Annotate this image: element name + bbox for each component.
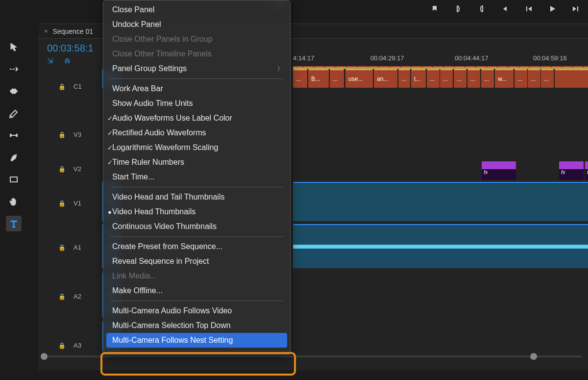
step-back-button[interactable] xyxy=(524,4,534,14)
clip[interactable]: ... xyxy=(427,69,440,88)
menu-item[interactable]: Show Audio Time Units xyxy=(103,96,290,111)
menu-item-label: Audio Waveforms Use Label Color xyxy=(112,114,232,123)
razor-tool[interactable] xyxy=(6,105,22,121)
menu-item[interactable]: Start Time... xyxy=(103,170,290,184)
menu-item[interactable]: Undock Panel xyxy=(103,17,290,32)
menu-item-label: Close Other Panels in Group xyxy=(112,35,213,44)
clip[interactable]: fx xyxy=(585,161,588,180)
clip[interactable]: ... xyxy=(467,69,480,88)
menu-item[interactable]: Video Head and Tail Thumbnails xyxy=(103,190,290,204)
menu-item[interactable]: Reveal Sequence in Project xyxy=(103,254,290,269)
menu-item[interactable]: Make Offline... xyxy=(103,283,290,298)
slip-tool[interactable] xyxy=(6,127,22,143)
menu-item[interactable]: ●Video Head Thumbnails xyxy=(103,204,290,219)
track-header-a1[interactable]: A1 xyxy=(38,240,102,254)
clip[interactable] xyxy=(555,69,588,88)
menu-item[interactable]: ✓Audio Waveforms Use Label Color xyxy=(103,111,290,126)
lock-icon[interactable] xyxy=(58,131,66,138)
rectangle-tool[interactable] xyxy=(6,172,22,187)
menu-item[interactable]: Create Preset from Sequence... xyxy=(103,239,290,254)
type-tool[interactable] xyxy=(6,216,22,231)
menu-item[interactable]: Close Panel xyxy=(103,2,290,17)
clip[interactable]: B... xyxy=(308,69,329,88)
clip[interactable]: ... xyxy=(330,69,344,88)
add-marker-button[interactable] xyxy=(430,4,440,14)
menu-item[interactable]: ✓Time Ruler Numbers xyxy=(103,155,290,170)
ruler-clip-band xyxy=(293,66,588,69)
lock-icon[interactable] xyxy=(58,200,66,207)
tab-title[interactable]: Sequence 01 xyxy=(53,27,94,35)
ruler-tick: 00:04:44:17 xyxy=(455,54,489,62)
track-header-v1[interactable]: V1 xyxy=(38,196,102,210)
clip[interactable]: t... xyxy=(411,69,426,88)
clip[interactable]: an... xyxy=(374,69,397,88)
clip[interactable]: ... xyxy=(454,69,466,88)
track-header-c1[interactable]: C1 xyxy=(38,79,102,94)
track-label: V3 xyxy=(74,131,81,138)
menu-item: Close Other Panels in Group xyxy=(103,32,290,47)
mark-in-button[interactable] xyxy=(453,4,463,14)
menu-item[interactable]: Continuous Video Thumbnails xyxy=(103,219,290,234)
selection-tool[interactable] xyxy=(6,39,22,55)
clip[interactable]: ... xyxy=(541,69,554,88)
menu-item[interactable]: ✓Logarithmic Waveform Scaling xyxy=(103,140,290,155)
tab-close-button[interactable]: × xyxy=(44,27,48,35)
menu-item-label: Multi-Camera Follows Nest Setting xyxy=(112,336,233,345)
track-header-v2[interactable]: V2 xyxy=(38,161,102,176)
lock-icon[interactable] xyxy=(58,165,66,173)
clip[interactable]: ... xyxy=(528,69,540,88)
clip[interactable]: ... xyxy=(440,69,453,88)
menu-item-label: Link Media... xyxy=(112,272,157,280)
hand-tool[interactable] xyxy=(6,194,22,209)
track-header-a2[interactable]: A2 xyxy=(38,289,102,304)
menu-item[interactable]: ✓Rectified Audio Waveforms xyxy=(103,126,290,140)
ripple-edit-tool[interactable] xyxy=(6,83,22,99)
track-label: V2 xyxy=(74,165,81,173)
play-button[interactable] xyxy=(547,4,557,14)
clip[interactable]: ... xyxy=(514,69,527,88)
clip[interactable]: ... xyxy=(481,69,494,88)
menu-item-label: Work Area Bar xyxy=(112,84,163,93)
pen-tool[interactable] xyxy=(6,150,22,165)
lock-icon[interactable] xyxy=(58,342,66,349)
clip[interactable]: w... xyxy=(495,69,514,88)
menu-item-label: Create Preset from Sequence... xyxy=(112,242,222,251)
snap-magnet-icon[interactable]: ⋒ xyxy=(64,56,71,65)
clip[interactable]: ... xyxy=(398,69,410,88)
go-to-in-button[interactable] xyxy=(500,4,510,14)
mark-out-button[interactable] xyxy=(477,4,487,14)
clip[interactable]: fx xyxy=(559,161,584,180)
clip[interactable]: use... xyxy=(345,69,373,88)
clip[interactable]: fx xyxy=(482,161,516,180)
menu-item[interactable]: Panel Group Settings〉 xyxy=(103,61,290,76)
step-forward-button[interactable] xyxy=(571,4,581,14)
track-header-a3[interactable]: A3 xyxy=(38,338,102,353)
menu-item-label: Rectified Audio Waveforms xyxy=(112,128,206,137)
clip[interactable] xyxy=(293,224,588,268)
menu-item: Close Other Timeline Panels xyxy=(103,47,290,61)
menu-separator xyxy=(110,187,283,187)
menu-item-label: Multi-Camera Audio Follows Video xyxy=(112,306,232,315)
menu-item[interactable]: Multi-Camera Follows Nest Setting xyxy=(106,333,287,348)
track-select-tool[interactable] xyxy=(6,61,22,77)
insert-mode-icon[interactable]: ⇲ xyxy=(47,56,53,65)
clip[interactable]: ... xyxy=(293,69,307,88)
fx-badge: fx xyxy=(484,169,488,175)
menu-item[interactable]: Multi-Camera Selection Top Down xyxy=(103,318,290,333)
menu-item[interactable]: Work Area Bar xyxy=(103,81,290,96)
menu-item-label: Panel Group Settings xyxy=(112,64,187,73)
menu-item-label: Video Head and Tail Thumbnails xyxy=(112,193,225,202)
track-label: C1 xyxy=(74,83,82,90)
menu-item-label: Video Head Thumbnails xyxy=(112,207,196,216)
menu-separator xyxy=(110,78,283,79)
menu-item-label: Reveal Sequence in Project xyxy=(112,257,209,266)
lock-icon[interactable] xyxy=(58,244,66,251)
menu-item-label: Logarithmic Waveform Scaling xyxy=(112,143,218,152)
lock-icon[interactable] xyxy=(58,83,66,90)
transport-controls xyxy=(430,0,581,18)
track-header-v3[interactable]: V3 xyxy=(38,127,102,142)
clip[interactable] xyxy=(293,182,588,221)
menu-item-label: Start Time... xyxy=(112,173,154,181)
lock-icon[interactable] xyxy=(58,293,66,300)
menu-item[interactable]: Multi-Camera Audio Follows Video xyxy=(103,304,290,318)
